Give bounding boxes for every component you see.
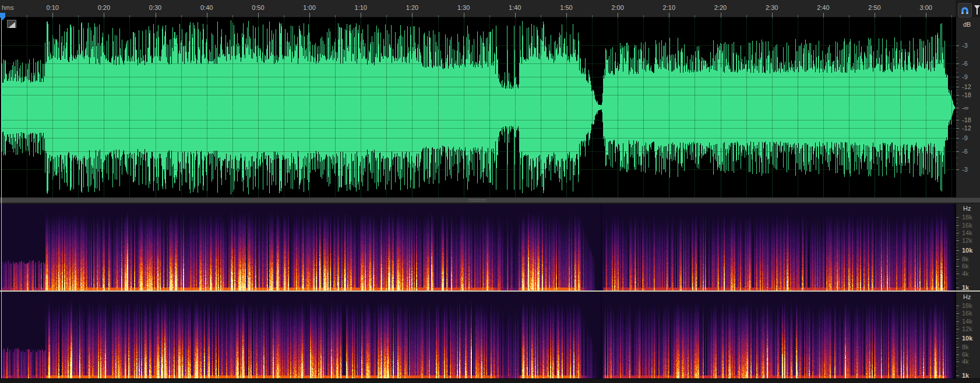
scale-tick-label: 12k: [962, 237, 972, 244]
scale-tick-label: -6: [962, 60, 968, 67]
scale-tick-minor: [956, 359, 958, 360]
scale-tick-label: -9: [962, 73, 968, 80]
audio-editor-window: hms 0:100:200:300:400:501:001:101:201:30…: [0, 0, 980, 383]
scale-tick-label: 14k: [962, 229, 972, 236]
scale-tick: [956, 347, 959, 347]
time-tick-major: [156, 13, 156, 17]
scale-tick-minor: [956, 92, 958, 93]
scale-tick: [956, 120, 959, 120]
scale-tick: [956, 151, 959, 152]
playhead-line[interactable]: [1, 17, 2, 378]
scale-tick-minor: [956, 264, 958, 264]
scale-tick-minor: [956, 57, 958, 58]
timeline-ruler[interactable]: hms 0:100:200:300:400:501:001:101:201:30…: [0, 0, 956, 17]
scale-tick-label: 8k: [962, 343, 969, 350]
scale-tick-label: 4k: [962, 270, 969, 277]
scale-tick-minor: [956, 244, 958, 244]
time-tick-major: [926, 13, 926, 17]
scale-tick: [956, 128, 959, 129]
scale-tick-minor: [956, 326, 958, 327]
scale-tick-minor: [956, 352, 958, 352]
frequency-unit-label: Hz: [963, 293, 971, 300]
scale-tick-label: -18: [962, 91, 971, 98]
spectrogram-right-channel[interactable]: [0, 292, 956, 378]
waveform-panel[interactable]: [0, 17, 956, 197]
time-tick-major: [721, 13, 721, 17]
scale-tick-label: -12: [962, 125, 971, 132]
frequency-scale-left[interactable]: Hz 18k16k14k12k10k8k6k4k1k: [956, 204, 980, 290]
snapping-toggle-button[interactable]: [958, 3, 972, 17]
scale-tick-minor: [956, 147, 958, 147]
scale-tick-minor: [956, 143, 958, 143]
scale-tick: [956, 63, 959, 64]
scale-tick: [956, 259, 959, 260]
scale-tick-label: -12: [962, 83, 971, 90]
scale-tick-minor: [956, 332, 958, 332]
scale-tick-label: -∞: [962, 104, 969, 111]
scale-tick: [956, 313, 959, 314]
scale-tick-minor: [956, 261, 958, 262]
scale-tick-minor: [956, 116, 958, 116]
scale-tick-label: -9: [962, 134, 968, 141]
scale-tick-minor: [956, 228, 958, 228]
scale-tick-label: -6: [962, 148, 968, 155]
scale-tick-label: 1k: [962, 284, 969, 291]
time-tick-label: 0:40: [194, 4, 220, 11]
scale-tick-minor: [956, 51, 958, 52]
time-tick-label: 1:20: [399, 4, 425, 11]
scale-tick-label: 4k: [962, 358, 969, 365]
scale-tick-minor: [956, 311, 958, 311]
scale-tick: [956, 274, 959, 274]
time-tick-label: 0:30: [143, 4, 168, 11]
scale-tick-label: 16k: [962, 310, 972, 317]
scale-tick-label: -3: [962, 42, 968, 49]
scale-tick-label: 10k: [962, 335, 972, 342]
scale-tick-minor: [956, 230, 958, 230]
scale-tick-minor: [956, 324, 958, 324]
time-tick-label: 1:50: [554, 4, 579, 11]
scale-tick-minor: [956, 123, 958, 123]
time-tick-major: [464, 13, 464, 17]
scale-tick-minor: [956, 222, 958, 223]
scale-tick-minor: [956, 83, 958, 84]
time-tick-label: 3:00: [913, 4, 939, 11]
scale-tick-label: -18: [962, 116, 971, 123]
amplitude-scale[interactable]: dB -3-6-9-12-18-∞-18-12-9-6-3: [956, 17, 980, 197]
scale-tick: [956, 288, 959, 288]
scale-tick: [956, 375, 959, 376]
pin-icon[interactable]: [974, 5, 980, 16]
time-tick-major: [412, 13, 413, 17]
scrollbar-grip[interactable]: [468, 198, 487, 203]
scale-tick: [956, 240, 959, 241]
time-tick-label: 1:40: [502, 4, 528, 11]
channel-divider[interactable]: [0, 290, 980, 292]
time-tick-major: [669, 13, 669, 17]
scale-tick: [956, 250, 959, 251]
spectrogram-left-channel[interactable]: [0, 204, 956, 290]
time-tick-label: 1:00: [297, 4, 322, 11]
scale-tick-minor: [956, 132, 958, 132]
time-tick-major: [104, 13, 104, 17]
scale-tick-minor: [956, 158, 958, 158]
time-tick-major: [566, 13, 567, 17]
diagonal-split-icon[interactable]: [7, 20, 16, 28]
scale-tick: [956, 306, 959, 306]
scale-tick-label: 6k: [962, 351, 969, 358]
waveform-h-scrollbar[interactable]: [0, 197, 980, 203]
time-tick-major: [618, 13, 618, 17]
scale-tick-label: 10k: [962, 247, 972, 254]
scale-tick: [956, 321, 959, 322]
time-tick-label: 0:50: [245, 4, 271, 11]
scale-tick-minor: [956, 238, 958, 239]
time-tick-label: 1:30: [451, 4, 477, 11]
scale-tick-label: 8k: [962, 256, 969, 263]
frequency-scale-right[interactable]: Hz 18k16k14k12k10k8k6k4k1k: [956, 292, 980, 378]
scale-tick-minor: [956, 253, 958, 254]
time-tick-label: 2:10: [656, 4, 682, 11]
scale-tick: [956, 338, 959, 339]
scale-tick-minor: [956, 344, 958, 345]
scale-tick-minor: [956, 164, 958, 164]
scale-tick-minor: [956, 349, 958, 350]
time-tick-major: [258, 13, 259, 17]
scale-tick-minor: [956, 220, 958, 221]
